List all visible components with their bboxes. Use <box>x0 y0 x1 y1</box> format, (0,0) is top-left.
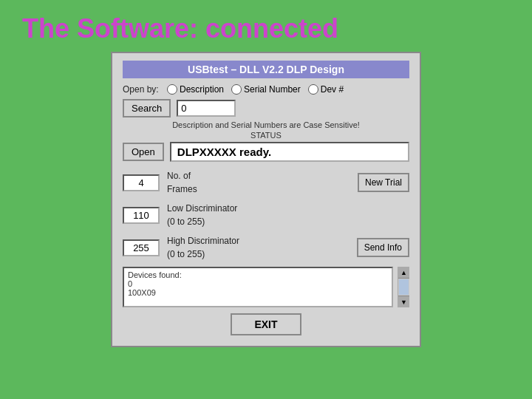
frames-row: No. of Frames New Trial <box>123 169 409 196</box>
high-disc-label: High Discriminator <box>167 234 239 248</box>
low-disc-label: Low Discriminator <box>167 202 237 215</box>
devices-scrollbar[interactable]: ▲ ▼ <box>398 267 409 307</box>
new-trial-button[interactable]: New Trial <box>358 173 409 192</box>
radio-dev-label: Dev # <box>321 84 344 95</box>
radio-dev-circle[interactable] <box>308 84 318 95</box>
radio-description-label: Description <box>180 84 224 95</box>
low-disc-range: (0 to 255) <box>167 215 237 228</box>
devices-line2: 100X09 <box>128 288 378 297</box>
status-display: DLPXXXXX ready. <box>170 142 409 162</box>
radio-group: Description Serial Number Dev # <box>167 84 344 95</box>
radio-serial[interactable]: Serial Number <box>231 84 301 95</box>
radio-description-circle[interactable] <box>167 84 177 95</box>
no-of-label: No. of <box>167 169 197 183</box>
open-by-row: Open by: Description Serial Number Dev # <box>123 84 409 95</box>
open-status-row: Open DLPXXXXX ready. <box>123 142 409 162</box>
scroll-up-button[interactable]: ▲ <box>398 267 409 279</box>
low-disc-row: Low Discriminator (0 to 255) <box>123 202 409 228</box>
radio-description[interactable]: Description <box>167 84 224 95</box>
hint-text: Description and Serial Numbers are Case … <box>123 120 409 129</box>
search-row: Search <box>123 99 409 117</box>
status-label: STATUS <box>123 131 409 140</box>
exit-button[interactable]: EXIT <box>231 313 301 335</box>
radio-dev[interactable]: Dev # <box>308 84 344 95</box>
panel-title: USBtest – DLL V2.2 DLP Design <box>123 61 409 78</box>
bottom-row: EXIT <box>123 313 409 335</box>
scroll-down-button[interactable]: ▼ <box>398 296 409 307</box>
radio-serial-circle[interactable] <box>231 84 242 95</box>
low-disc-labels: Low Discriminator (0 to 255) <box>167 202 237 228</box>
frames-label: Frames <box>167 183 197 196</box>
frames-labels: No. of Frames <box>167 169 197 196</box>
page-title: The Software: connected <box>0 0 532 52</box>
open-button[interactable]: Open <box>123 143 164 161</box>
search-button[interactable]: Search <box>123 99 171 117</box>
high-disc-input[interactable] <box>123 239 160 256</box>
radio-serial-label: Serial Number <box>244 84 301 95</box>
scroll-thumb[interactable] <box>399 279 409 295</box>
send-info-button[interactable]: Send Info <box>357 238 409 257</box>
open-by-label: Open by: <box>123 84 167 95</box>
devices-line1: 0 <box>128 279 378 288</box>
low-disc-input[interactable] <box>123 207 160 224</box>
high-disc-range: (0 to 255) <box>167 248 239 261</box>
devices-found-label: Devices found: <box>128 270 378 279</box>
high-disc-row: High Discriminator (0 to 255) Send Info <box>123 234 409 261</box>
search-input[interactable] <box>177 100 236 117</box>
devices-area: Devices found: 0 100X09 ▲ ▼ <box>123 267 409 307</box>
devices-box: Devices found: 0 100X09 <box>123 267 393 307</box>
high-disc-labels: High Discriminator (0 to 255) <box>167 234 239 261</box>
frames-input[interactable] <box>123 174 160 191</box>
main-panel: USBtest – DLL V2.2 DLP Design Open by: D… <box>111 52 421 347</box>
